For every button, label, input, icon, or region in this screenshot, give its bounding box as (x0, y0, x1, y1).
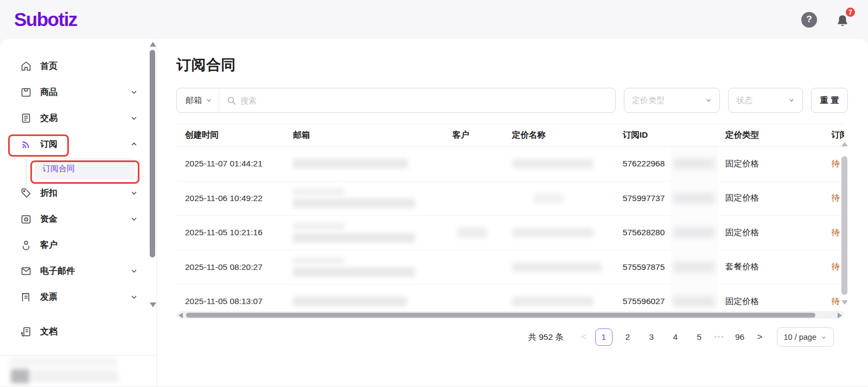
sidebar-item-products[interactable]: 商品 (0, 79, 156, 105)
chevron-down-icon (130, 114, 138, 122)
chevron-down-icon (130, 189, 138, 197)
notifications-button[interactable]: 7 (833, 10, 852, 29)
app-header: Subotiz ? 7 (0, 0, 868, 39)
total-count: 共 952 条 (528, 332, 563, 343)
chevron-down-icon (705, 97, 712, 104)
chevron-down-icon (130, 215, 138, 223)
status-select[interactable]: 状态 (728, 88, 803, 113)
contracts-table: 创建时间 邮箱 客户 定价名称 订阅ID 定价类型 订阅 2025-11-07 … (176, 124, 844, 311)
search-icon (227, 96, 236, 105)
page-button-4[interactable]: 4 (667, 328, 684, 346)
redacted-pricing-name (503, 228, 614, 237)
document-icon (20, 326, 32, 338)
page-title: 订阅合同 (176, 55, 868, 75)
next-page-button[interactable]: > (752, 332, 768, 343)
redacted-id-column (671, 147, 719, 311)
chevron-down-icon (130, 293, 138, 301)
search-field-selector[interactable]: 邮箱 (177, 88, 219, 112)
sidebar-scrollbar-thumb[interactable] (150, 50, 155, 257)
scroll-left-arrow[interactable] (178, 313, 183, 318)
table-row[interactable]: 2025-11-07 01:44:21 576222968 固定价格 待 (176, 147, 844, 182)
table-row[interactable]: 2025-11-05 08:13:07 575596027 固定价格 待 (176, 285, 844, 311)
redacted-email (284, 296, 444, 306)
table-row[interactable]: 2025-11-06 10:49:22 575997737 固定价格 待 (176, 182, 844, 216)
filter-bar: 邮箱 定价类型 (176, 88, 868, 113)
content-shell: 首页 商品 交易 (0, 39, 868, 387)
page-button-1[interactable]: 1 (595, 328, 612, 346)
wallet-icon (20, 213, 32, 225)
sidebar: 首页 商品 交易 (0, 39, 157, 387)
sidebar-scrollbar-down[interactable] (150, 302, 156, 307)
person-icon (20, 239, 32, 251)
sidebar-item-subscriptions[interactable]: 订阅 (0, 131, 156, 157)
redacted-pricing-name (503, 296, 614, 306)
redacted-email (284, 257, 444, 277)
notification-badge: 7 (845, 7, 856, 18)
redacted-email (284, 188, 444, 208)
chevron-down-icon (788, 97, 795, 104)
sidebar-divider (0, 355, 156, 356)
sidebar-item-home[interactable]: 首页 (0, 53, 156, 79)
page-size-select[interactable]: 10 / page (777, 327, 834, 347)
sidebar-item-customers[interactable]: 客户 (0, 232, 156, 258)
pagination: 共 952 条 < 1 2 3 4 5 ••• 96 > 10 / page (176, 327, 834, 347)
vertical-scrollbar-thumb[interactable] (841, 156, 847, 295)
table-header-row: 创建时间 邮箱 客户 定价名称 订阅ID 定价类型 订阅 (176, 124, 844, 147)
redacted-pricing-name (503, 262, 614, 272)
mail-icon (20, 265, 32, 277)
redacted-email (284, 223, 444, 243)
help-icon[interactable]: ? (801, 12, 817, 28)
horizontal-scrollbar[interactable] (176, 311, 844, 319)
page-button-2[interactable]: 2 (619, 328, 636, 346)
sidebar-item-transactions[interactable]: 交易 (0, 105, 156, 131)
chevron-down-icon (130, 267, 138, 275)
package-icon (20, 86, 32, 98)
horizontal-scrollbar-thumb[interactable] (186, 313, 815, 318)
main-content: 订阅合同 邮箱 定价类型 (157, 39, 868, 387)
scroll-right-arrow[interactable] (838, 313, 842, 318)
table-row[interactable]: 2025-11-05 10:21:16 575628280 固定价格 待 (176, 216, 844, 250)
submenu-tree-line (25, 159, 27, 191)
table-body: 2025-11-07 01:44:21 576222968 固定价格 待 202… (176, 147, 844, 311)
pricing-type-select[interactable]: 定价类型 (624, 88, 720, 113)
chevron-up-icon (130, 140, 138, 148)
chevron-down-icon (206, 97, 212, 104)
sidebar-item-subscription-contracts[interactable]: 订阅合同 (35, 158, 136, 179)
redacted-pricing-name (503, 194, 614, 203)
chevron-down-icon (821, 334, 827, 340)
page-ellipsis[interactable]: ••• (714, 333, 725, 341)
vertical-scrollbar[interactable] (841, 142, 848, 306)
scroll-up-arrow[interactable] (841, 142, 848, 146)
table-row[interactable]: 2025-11-05 08:20:27 575597875 套餐价格 待 (176, 250, 844, 285)
redacted-customer (444, 227, 503, 238)
rss-icon (20, 138, 32, 150)
header-actions: ? 7 (801, 10, 852, 29)
prev-page-button[interactable]: < (576, 332, 592, 343)
redacted-email (284, 159, 444, 169)
home-icon (20, 60, 32, 72)
sidebar-item-docs[interactable]: 文档 (0, 319, 156, 345)
search-control: 邮箱 (176, 88, 616, 113)
reset-button[interactable]: 重置 (811, 88, 848, 113)
invoice-icon (20, 291, 32, 303)
redacted-pricing-name (503, 159, 614, 169)
page-button-5[interactable]: 5 (691, 328, 708, 346)
page-button-96[interactable]: 96 (731, 328, 749, 346)
sidebar-scrollbar-up[interactable] (150, 42, 156, 47)
app-logo[interactable]: Subotiz (14, 9, 77, 30)
sidebar-item-funds[interactable]: 资金 (0, 206, 156, 232)
list-icon (20, 112, 32, 124)
sidebar-scroll-area: 首页 商品 交易 (0, 39, 156, 305)
page-button-3[interactable]: 3 (643, 328, 660, 346)
search-input[interactable] (240, 96, 615, 105)
sidebar-item-email[interactable]: 电子邮件 (0, 258, 156, 284)
chevron-down-icon (130, 88, 138, 96)
sidebar-item-invoices[interactable]: 发票 (0, 284, 156, 305)
user-account-redacted[interactable] (4, 360, 135, 384)
scroll-down-arrow[interactable] (841, 300, 848, 305)
sidebar-item-discounts[interactable]: 折扣 (0, 180, 156, 206)
